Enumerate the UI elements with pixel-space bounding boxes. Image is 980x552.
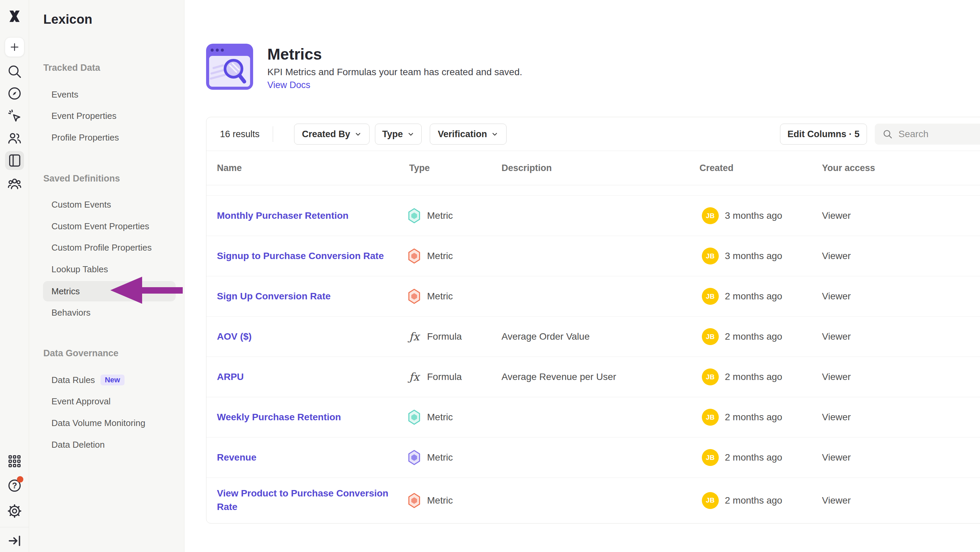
- created-time: 2 months ago: [725, 412, 783, 423]
- table-row[interactable]: Revenue Metric JB 2 months ago Viewer: [207, 437, 980, 478]
- avatar: JB: [702, 492, 719, 509]
- sidebar-item-lookup-tables[interactable]: Lookup Tables: [51, 264, 108, 274]
- created-by-filter[interactable]: Created By: [294, 124, 369, 145]
- avatar: JB: [702, 409, 719, 426]
- icon-rail: ?: [0, 0, 29, 552]
- chevron-down-icon: [407, 130, 415, 138]
- edit-columns-button[interactable]: Edit Columns · 5: [780, 124, 867, 145]
- sidebar-item-custom-events[interactable]: Custom Events: [51, 199, 111, 210]
- avatar: JB: [702, 288, 719, 305]
- sidebar-item-event-approval[interactable]: Event Approval: [51, 396, 111, 407]
- table-row[interactable]: ARPU ƒx Formula Average Revenue per User…: [207, 357, 980, 397]
- events-nav-button[interactable]: [7, 108, 22, 124]
- created-cell: JB 2 months ago: [702, 369, 783, 385]
- access-cell: Viewer: [822, 250, 851, 262]
- table-row[interactable]: AOV ($) ƒx Formula Average Order Value J…: [207, 317, 980, 357]
- metric-hexagon-orange-icon: [407, 493, 421, 508]
- type-cell: ƒx Formula: [407, 370, 462, 383]
- sidebar-item-data-deletion[interactable]: Data Deletion: [51, 440, 105, 450]
- type-cell: Metric: [407, 208, 453, 223]
- metric-name-link[interactable]: Signup to Purchase Conversion Rate: [217, 249, 401, 263]
- table-row[interactable]: Sign Up Conversion Rate Metric JB 2 mont…: [207, 276, 980, 317]
- sidebar-item-custom-event-properties[interactable]: Custom Event Properties: [51, 221, 149, 231]
- edit-columns-label: Edit Columns · 5: [788, 129, 859, 140]
- table-row[interactable]: Weekly Purchase Retention Metric JB 2 mo…: [207, 397, 980, 437]
- metric-name-link[interactable]: Weekly Purchase Retention: [217, 410, 401, 424]
- apps-nav-button[interactable]: [7, 453, 22, 469]
- table-body: Monthly Purchaser Retention Metric JB 3 …: [207, 196, 980, 523]
- metric-hexagon-teal-icon: [407, 409, 421, 425]
- search-input[interactable]: [899, 129, 980, 140]
- metrics-table-card: 16 results Created By Type Verification …: [206, 117, 980, 523]
- avatar: JB: [702, 207, 719, 224]
- table-row[interactable]: View Product to Purchase Conversion Rate…: [207, 478, 980, 523]
- column-header-name: Name: [217, 163, 242, 173]
- created-cell: JB 2 months ago: [702, 492, 783, 509]
- type-cell: Metric: [407, 450, 453, 465]
- sidebar-item-profile-properties[interactable]: Profile Properties: [51, 132, 119, 143]
- access-cell: Viewer: [822, 210, 851, 221]
- plus-icon: [10, 42, 20, 52]
- table-row[interactable]: Signup to Purchase Conversion Rate Metri…: [207, 236, 980, 276]
- cursor-click-icon: [7, 108, 22, 124]
- users-icon: [7, 130, 22, 146]
- section-data-governance: Data Governance: [43, 348, 118, 359]
- create-new-button[interactable]: [5, 37, 24, 57]
- lexicon-book-icon: [7, 153, 22, 168]
- view-docs-link[interactable]: View Docs: [267, 80, 310, 91]
- metric-hexagon-orange-icon: [407, 248, 421, 264]
- discover-nav-button[interactable]: [7, 86, 22, 101]
- access-cell: Viewer: [822, 372, 851, 382]
- search-icon: [7, 64, 22, 79]
- type-cell: Metric: [407, 289, 453, 304]
- mixpanel-logo[interactable]: [7, 8, 22, 24]
- type-filter[interactable]: Type: [375, 124, 422, 145]
- metric-name-link[interactable]: Sign Up Conversion Rate: [217, 290, 401, 303]
- type-label: Metric: [427, 452, 453, 463]
- users-nav-button[interactable]: [7, 130, 22, 146]
- team-nav-button[interactable]: [7, 176, 22, 191]
- avatar: JB: [702, 247, 719, 265]
- sidebar-item-custom-profile-properties[interactable]: Custom Profile Properties: [51, 242, 151, 253]
- metric-name-link[interactable]: View Product to Purchase Conversion Rate: [217, 487, 401, 514]
- metrics-app-art: [206, 44, 253, 90]
- created-cell: JB 3 months ago: [702, 207, 783, 224]
- metric-name-link[interactable]: ARPU: [217, 370, 401, 384]
- metric-hexagon-orange-icon: [407, 289, 421, 304]
- metric-name-link[interactable]: AOV ($): [217, 330, 401, 344]
- sidebar-item-data-rules[interactable]: Data Rules New: [51, 375, 124, 385]
- column-header-your-access: Your access: [822, 163, 875, 173]
- filter-bar: 16 results Created By Type Verification …: [207, 117, 980, 151]
- access-cell: Viewer: [822, 331, 851, 342]
- metrics-app-icon: [206, 44, 253, 90]
- chevron-down-icon: [354, 130, 362, 138]
- sidebar-item-metrics[interactable]: Metrics: [51, 286, 80, 297]
- sidebar-item-data-volume-monitoring[interactable]: Data Volume Monitoring: [51, 418, 145, 428]
- type-label: Metric: [427, 412, 453, 423]
- table-search[interactable]: [875, 124, 980, 145]
- access-cell: Viewer: [822, 495, 851, 506]
- formula-fx-icon: ƒx: [407, 330, 421, 343]
- type-cell: Metric: [407, 493, 453, 508]
- type-filter-label: Type: [382, 129, 403, 140]
- sidebar-item-event-properties[interactable]: Event Properties: [51, 111, 116, 121]
- type-cell: Metric: [407, 248, 453, 264]
- table-row[interactable]: Monthly Purchaser Retention Metric JB 3 …: [207, 196, 980, 236]
- created-time: 2 months ago: [725, 452, 783, 463]
- created-time: 2 months ago: [725, 495, 783, 506]
- metric-name-link[interactable]: Revenue: [217, 451, 401, 464]
- avatar: JB: [702, 328, 719, 345]
- apps-grid-icon: [7, 453, 22, 469]
- created-time: 3 months ago: [725, 250, 783, 262]
- sidebar-item-behaviors[interactable]: Behaviors: [51, 308, 91, 318]
- mixpanel-logo-icon: [7, 8, 22, 24]
- rail-divider: [0, 527, 29, 527]
- verification-filter[interactable]: Verification: [430, 124, 507, 145]
- search-nav-button[interactable]: [7, 64, 22, 79]
- sidebar-item-events[interactable]: Events: [51, 89, 78, 100]
- settings-button[interactable]: [7, 503, 22, 519]
- metric-name-link[interactable]: Monthly Purchaser Retention: [217, 209, 401, 223]
- type-label: Formula: [427, 372, 462, 382]
- lexicon-nav-button[interactable]: [7, 153, 22, 168]
- collapse-sidebar-button[interactable]: [7, 533, 22, 549]
